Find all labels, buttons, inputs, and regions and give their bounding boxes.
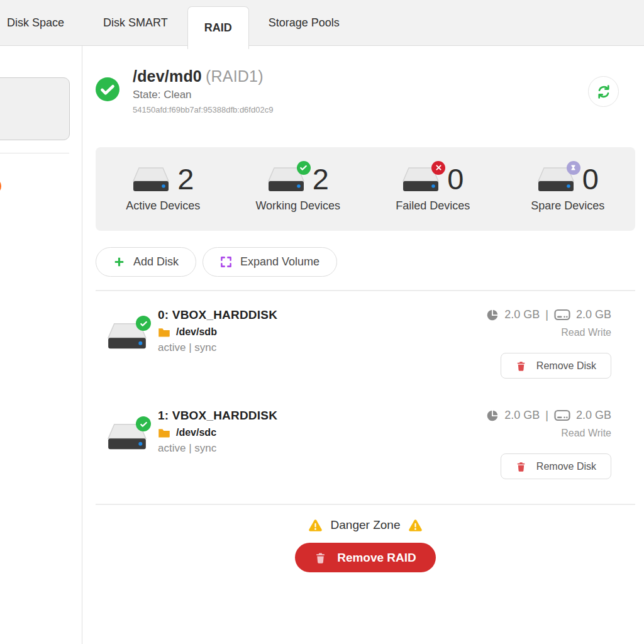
separator: | [545,409,548,422]
disk-capacity-line: 2.0 GB | 2.0 GB [486,409,611,422]
disk-title: 1: VBOX_HARDDISK [158,409,277,423]
disk-mode: Read Write [561,327,611,338]
drive-small-icon [554,309,570,321]
plus-icon [113,256,125,268]
disk-total: 2.0 GB [576,308,611,321]
hourglass-badge-icon [567,161,580,175]
disk-info: 1: VBOX_HARDDISK /dev/sdc active | sync [158,409,277,479]
raid-device-title: /dev/md0(RAID1) [133,67,273,86]
raid-state: State: Clean [133,89,273,101]
disk-path-row: /dev/sdb [158,326,277,338]
raid-management-page: Disk Space Disk SMART RAID Storage Pools… [0,0,644,644]
danger-zone: Danger Zone Remove RAID [96,518,635,572]
disk-icon [107,322,147,351]
folder-icon [158,428,170,438]
stat-label: Failed Devices [396,199,470,213]
warning-icon [408,519,423,532]
disk-info: 0: VBOX_HARDDISK /dev/sdb active | sync [158,308,277,379]
storage-tab-bar: Disk Space Disk SMART RAID Storage Pools [0,0,644,46]
drive-icon [132,167,170,193]
expand-icon [220,256,232,268]
remove-raid-button[interactable]: Remove RAID [295,543,436,572]
stat-active-devices: 2 Active Devices [96,165,231,212]
stat-value: 0 [582,165,599,192]
drive-icon [267,167,305,193]
disk-meta: 2.0 GB | 2.0 GB Read Write Remove [486,308,635,379]
sidebar-divider [0,153,69,153]
expand-volume-label: Expand Volume [240,255,319,269]
raid-status-ok-icon [96,77,119,101]
disk-status: active | sync [158,341,277,354]
drive-small-icon [554,409,570,421]
tab-disk-space[interactable]: Disk Space [0,0,84,45]
sidebar-orange-icon [0,178,1,194]
disk-path: /dev/sdb [176,326,217,338]
disk-icon [107,423,147,452]
disk-path-row: /dev/sdc [158,427,277,438]
remove-raid-label: Remove RAID [337,551,416,565]
stat-value: 2 [313,165,329,192]
disk-total: 2.0 GB [576,409,611,422]
raid-header-text: /dev/md0(RAID1) State: Clean 54150afd:f6… [133,67,273,114]
remove-disk-button-0[interactable]: Remove Disk [501,353,611,379]
stat-label: Active Devices [126,199,200,213]
expand-volume-button[interactable]: Expand Volume [203,247,337,277]
raid-device-name: /dev/md0 [133,67,202,85]
tab-disk-smart[interactable]: Disk SMART [84,0,187,45]
pie-chart-icon [486,309,499,321]
stat-label: Working Devices [255,199,340,213]
add-disk-label: Add Disk [133,255,179,269]
raid-uuid: 54150afd:f69bb7af:95388dfb:d6fd02c9 [133,105,273,114]
warning-icon [308,519,323,532]
danger-zone-title-row: Danger Zone [308,518,423,532]
drive-icon [402,167,440,193]
disk-mode: Read Write [561,428,611,439]
check-badge-icon [297,161,311,175]
disk-capacity-line: 2.0 GB | 2.0 GB [486,308,611,321]
disk-row-1: 1: VBOX_HARDDISK /dev/sdc active | sync [96,392,635,479]
stat-failed-devices: 0 Failed Devices [365,165,501,212]
raid-stats-panel: 2 Active Devices 2 Working Devices [96,147,635,231]
stat-spare-devices: 0 Spare Devices [501,165,636,212]
add-disk-button[interactable]: Add Disk [96,247,196,277]
pie-chart-icon [486,409,499,422]
separator: | [545,308,548,321]
raid-actions-row: Add Disk Expand Volume [96,247,635,277]
divider [96,504,635,505]
sidebar-raid-card[interactable] [0,77,70,140]
tab-raid[interactable]: RAID [187,6,249,49]
raid-detail-panel: /dev/md0(RAID1) State: Clean 54150afd:f6… [82,46,644,644]
stat-value: 0 [447,165,464,192]
folder-icon [158,327,170,338]
raid-level: (RAID1) [206,67,264,85]
disk-used: 2.0 GB [504,409,540,422]
stat-working-devices: 2 Working Devices [231,165,366,212]
raid-sidebar [0,46,82,644]
danger-zone-title: Danger Zone [331,518,401,532]
raid-header: /dev/md0(RAID1) State: Clean 54150afd:f6… [96,67,635,114]
trash-icon [314,552,326,564]
remove-disk-label: Remove Disk [536,461,596,472]
disk-path: /dev/sdc [176,427,216,438]
disk-title: 0: VBOX_HARDDISK [158,308,277,322]
stat-label: Spare Devices [531,199,604,213]
check-badge-icon [136,316,151,331]
disk-status: active | sync [158,442,277,455]
refresh-icon [596,84,611,99]
refresh-button[interactable] [588,76,619,107]
trash-icon [516,360,526,372]
drive-icon [537,167,575,193]
disk-used: 2.0 GB [504,308,540,321]
trash-icon [516,461,526,472]
remove-disk-label: Remove Disk [536,360,596,372]
stat-value: 2 [177,165,194,192]
disk-meta: 2.0 GB | 2.0 GB Read Write Remove [486,409,635,479]
cross-badge-icon [431,161,445,175]
remove-disk-button-1[interactable]: Remove Disk [501,453,611,479]
disk-row-0: 0: VBOX_HARDDISK /dev/sdb active | sync [96,291,635,392]
tab-storage-pools[interactable]: Storage Pools [249,0,359,45]
check-badge-icon [136,416,151,431]
